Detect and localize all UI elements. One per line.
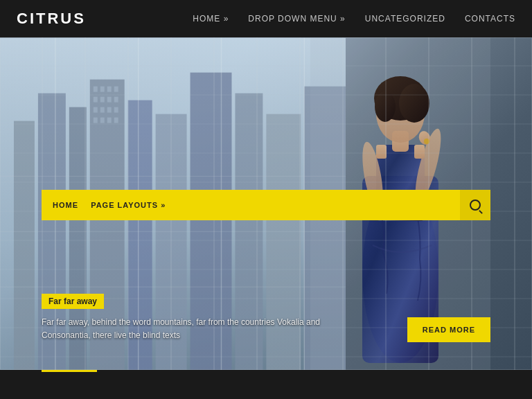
search-breadcrumb: HOME PAGE LAYOUTS » [42,201,177,209]
hero-text-block: Far far away Far far away, behind the wo… [42,294,346,342]
header: CITRUS HOME » DROP DOWN MENU » UNCATEGOR… [0,0,532,37]
search-input-wrapper [177,199,460,211]
breadcrumb-page-layouts[interactable]: PAGE LAYOUTS » [91,201,166,209]
hero-title: Far far away [42,294,104,309]
hero-section: HOME PAGE LAYOUTS » Far far away Far far… [0,37,532,370]
nav-dropdown[interactable]: DROP DOWN MENU » [248,14,345,24]
footer-bar [0,370,532,399]
hero-bottom: Far far away Far far away, behind the wo… [42,294,490,342]
search-input[interactable] [177,200,460,211]
breadcrumb-separator [82,201,87,209]
search-bar: HOME PAGE LAYOUTS » [42,190,490,220]
nav-contacts[interactable]: CONTACTS [465,14,515,24]
breadcrumb-home[interactable]: HOME [53,201,78,209]
main-nav: HOME » DROP DOWN MENU » UNCATEGORIZED CO… [193,14,515,24]
search-icon [470,200,481,211]
read-more-button[interactable]: READ MORE [407,317,490,342]
search-button[interactable] [460,190,490,220]
hero-description: Far far away, behind the word mountains,… [42,316,346,342]
nav-home[interactable]: HOME » [193,14,229,24]
nav-uncategorized[interactable]: UNCATEGORIZED [365,14,445,24]
logo[interactable]: CITRUS [17,10,86,28]
footer-accent-line [42,370,97,372]
